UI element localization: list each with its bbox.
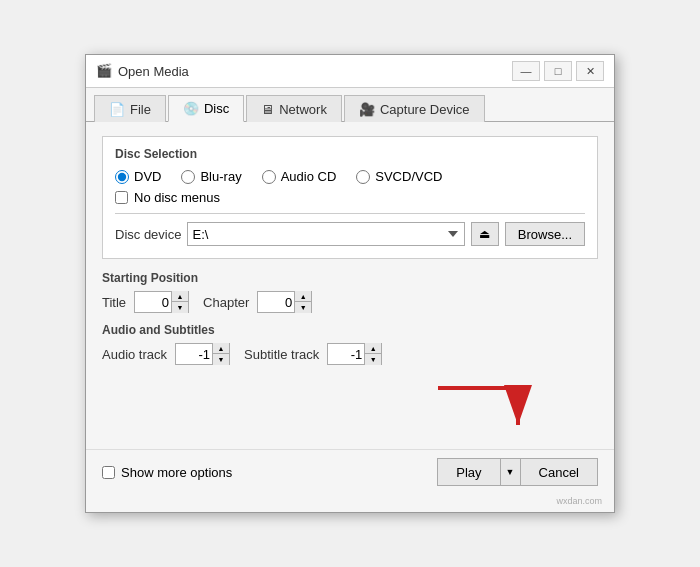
file-tab-label: File [130, 102, 151, 117]
dvd-label: DVD [134, 169, 161, 184]
bluray-label: Blu-ray [200, 169, 241, 184]
disc-selection-label: Disc Selection [115, 147, 585, 161]
minimize-button[interactable]: — [512, 61, 540, 81]
title-spin-arrows: ▲ ▼ [171, 291, 188, 313]
audio-spin-input[interactable] [176, 344, 212, 364]
audio-subtitles-title: Audio and Subtitles [102, 323, 598, 337]
disc-tab-icon: 💿 [183, 101, 199, 116]
disc-selection-group: Disc Selection DVD Blu-ray Audio CD SV [102, 136, 598, 259]
tab-bar: 📄 File 💿 Disc 🖥 Network 🎥 Capture Device [86, 88, 614, 122]
divider [115, 213, 585, 214]
subtitle-spin-label: Subtitle track [244, 347, 319, 362]
chapter-spin-item: Chapter ▲ ▼ [203, 291, 312, 313]
footer: Show more options Play ▼ Cancel [86, 449, 614, 498]
starting-position-section: Starting Position Title ▲ ▼ Chapter [102, 271, 598, 313]
dvd-radio[interactable] [115, 170, 129, 184]
audio-spinbox: ▲ ▼ [175, 343, 230, 365]
footer-buttons: Play ▼ Cancel [437, 458, 598, 486]
dialog-icon: 🎬 [96, 63, 112, 79]
audiocd-radio-item[interactable]: Audio CD [262, 169, 337, 184]
audiocd-label: Audio CD [281, 169, 337, 184]
title-spin-label: Title [102, 295, 126, 310]
audio-spin-arrows: ▲ ▼ [212, 343, 229, 365]
arrow-area [102, 375, 598, 435]
title-bar-controls: — □ ✕ [512, 61, 604, 81]
title-spin-item: Title ▲ ▼ [102, 291, 189, 313]
cancel-button[interactable]: Cancel [520, 458, 598, 486]
browse-button[interactable]: Browse... [505, 222, 585, 246]
audio-subtitles-section: Audio and Subtitles Audio track ▲ ▼ Subt… [102, 323, 598, 365]
eject-button[interactable]: ⏏ [471, 222, 499, 246]
title-spin-down[interactable]: ▼ [172, 302, 188, 313]
audiocd-radio[interactable] [262, 170, 276, 184]
subtitle-spin-up[interactable]: ▲ [365, 343, 381, 354]
chapter-spinbox: ▲ ▼ [257, 291, 312, 313]
chapter-spin-down[interactable]: ▼ [295, 302, 311, 313]
show-more-row[interactable]: Show more options [102, 465, 232, 480]
dialog-title: Open Media [118, 64, 506, 79]
no-disc-menus-checkbox[interactable] [115, 191, 128, 204]
audio-subtitles-row: Audio track ▲ ▼ Subtitle track ▲ [102, 343, 598, 365]
starting-position-title: Starting Position [102, 271, 598, 285]
bluray-radio-item[interactable]: Blu-ray [181, 169, 241, 184]
svcd-label: SVCD/VCD [375, 169, 442, 184]
play-button[interactable]: Play [437, 458, 499, 486]
tab-capture[interactable]: 🎥 Capture Device [344, 95, 485, 122]
network-tab-label: Network [279, 102, 327, 117]
close-button[interactable]: ✕ [576, 61, 604, 81]
disc-device-select[interactable]: E:\ [187, 222, 464, 246]
no-disc-menus-label: No disc menus [134, 190, 220, 205]
main-content: Disc Selection DVD Blu-ray Audio CD SV [86, 122, 614, 449]
title-spin-up[interactable]: ▲ [172, 291, 188, 302]
show-more-label: Show more options [121, 465, 232, 480]
audio-spin-up[interactable]: ▲ [213, 343, 229, 354]
play-dropdown-button[interactable]: ▼ [500, 458, 520, 486]
maximize-button[interactable]: □ [544, 61, 572, 81]
svcd-radio[interactable] [356, 170, 370, 184]
show-more-checkbox[interactable] [102, 466, 115, 479]
title-spinbox: ▲ ▼ [134, 291, 189, 313]
chapter-spin-arrows: ▲ ▼ [294, 291, 311, 313]
svcd-radio-item[interactable]: SVCD/VCD [356, 169, 442, 184]
title-spin-input[interactable] [135, 292, 171, 312]
tab-network[interactable]: 🖥 Network [246, 95, 342, 122]
tab-file[interactable]: 📄 File [94, 95, 166, 122]
subtitle-spin-item: Subtitle track ▲ ▼ [244, 343, 382, 365]
chapter-spin-label: Chapter [203, 295, 249, 310]
disc-device-label: Disc device [115, 227, 181, 242]
disc-type-radio-group: DVD Blu-ray Audio CD SVCD/VCD [115, 169, 585, 184]
file-tab-icon: 📄 [109, 102, 125, 117]
chapter-spin-up[interactable]: ▲ [295, 291, 311, 302]
chapter-spin-input[interactable] [258, 292, 294, 312]
starting-position-row: Title ▲ ▼ Chapter ▲ [102, 291, 598, 313]
audio-spin-item: Audio track ▲ ▼ [102, 343, 230, 365]
subtitle-spin-arrows: ▲ ▼ [364, 343, 381, 365]
network-tab-icon: 🖥 [261, 102, 274, 117]
tab-disc[interactable]: 💿 Disc [168, 95, 244, 122]
bluray-radio[interactable] [181, 170, 195, 184]
watermark: wxdan.com [80, 494, 608, 508]
no-disc-menus-row: No disc menus [115, 190, 585, 205]
disc-device-row: Disc device E:\ ⏏ Browse... [115, 222, 585, 246]
dvd-radio-item[interactable]: DVD [115, 169, 161, 184]
red-arrow-icon [418, 380, 538, 435]
subtitle-spinbox: ▲ ▼ [327, 343, 382, 365]
audio-spin-label: Audio track [102, 347, 167, 362]
disc-tab-label: Disc [204, 101, 229, 116]
audio-spin-down[interactable]: ▼ [213, 354, 229, 365]
subtitle-spin-down[interactable]: ▼ [365, 354, 381, 365]
open-media-dialog: 🎬 Open Media — □ ✕ 📄 File 💿 Disc 🖥 Netwo… [85, 54, 615, 513]
capture-tab-label: Capture Device [380, 102, 470, 117]
capture-tab-icon: 🎥 [359, 102, 375, 117]
subtitle-spin-input[interactable] [328, 344, 364, 364]
title-bar: 🎬 Open Media — □ ✕ [86, 55, 614, 88]
